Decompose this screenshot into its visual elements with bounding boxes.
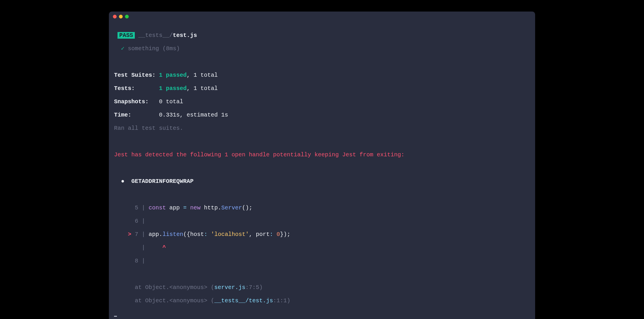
- code-line-5: 5 | const app = new http.Server();: [114, 204, 530, 211]
- op-eq: =: [183, 204, 187, 211]
- key-host: host: [190, 231, 204, 238]
- kw-new: new: [187, 204, 200, 211]
- code-line-8: 8 |: [114, 258, 530, 264]
- obj-app: app.: [149, 231, 162, 238]
- summary-ran: Ran all test suites.: [114, 125, 530, 132]
- line-number: 7: [135, 231, 138, 238]
- colon: :: [204, 231, 211, 238]
- tests-passed: 1 passed: [159, 85, 187, 92]
- fn-listen: listen: [162, 231, 183, 238]
- summary-tests: Tests: 1 passed, 1 total: [114, 85, 530, 92]
- test-file-header: PASS __tests__/test.js: [114, 32, 530, 39]
- stack-loc: :7:5): [245, 284, 263, 291]
- val-localhost: 'localhost': [211, 231, 249, 238]
- stack-frame-1: at Object.<anonymous> (server.js:7:5): [114, 284, 530, 291]
- line-number: 6: [135, 218, 138, 224]
- comma: ,: [249, 231, 256, 238]
- close-icon[interactable]: [113, 15, 117, 18]
- paren-semi: ();: [242, 204, 252, 211]
- test-path-dir: __tests__/: [138, 32, 173, 39]
- code-line-6: 6 |: [114, 218, 530, 224]
- val-zero: 0: [276, 231, 280, 238]
- kw-const: const: [149, 204, 166, 211]
- stack-at: at Object.<anonymous> (: [135, 297, 214, 304]
- key-port: port: [256, 231, 270, 238]
- summary-time: Time: 0.331s, estimated 1s: [114, 112, 530, 118]
- terminal-output: PASS __tests__/test.js ✓ something (8ms)…: [109, 21, 535, 319]
- open-handle-warning: Jest has detected the following 1 open h…: [114, 151, 530, 158]
- tests-total: , 1 total: [187, 85, 218, 92]
- handle-entry: ● GETADDRINFOREQWRAP: [114, 178, 530, 185]
- caret-icon: ^: [162, 244, 166, 251]
- code-line-7: > 7 | app.listen({host: 'localhost', por…: [114, 231, 530, 238]
- suites-total: , 1 total: [187, 72, 218, 78]
- stack-file: server.js: [214, 284, 245, 291]
- time-label: Time:: [114, 112, 131, 118]
- summary-suites: Test Suites: 1 passed, 1 total: [114, 72, 530, 78]
- tests-label: Tests:: [114, 85, 135, 92]
- terminal-window: PASS __tests__/test.js ✓ something (8ms)…: [109, 12, 535, 319]
- bullet-icon: ●: [121, 178, 124, 185]
- suites-passed: 1 passed: [159, 72, 187, 78]
- test-result-line: ✓ something (8ms): [114, 45, 530, 52]
- handle-name: GETADDRINFOREQWRAP: [131, 178, 194, 185]
- error-marker-icon: >: [128, 231, 131, 238]
- test-name: something: [128, 45, 159, 52]
- colon: :: [270, 231, 276, 238]
- line-number: 5: [135, 204, 138, 211]
- line-number: 8: [135, 258, 138, 264]
- snapshots-label: Snapshots:: [114, 98, 149, 105]
- summary-snapshots: Snapshots: 0 total: [114, 98, 530, 105]
- maximize-icon[interactable]: [125, 15, 129, 18]
- stack-file: __tests__/test.js: [214, 297, 273, 304]
- var-app: app: [166, 204, 183, 211]
- http-obj: http.: [200, 204, 221, 211]
- pass-badge: PASS: [118, 32, 135, 39]
- stack-at: at Object.<anonymous> (: [135, 284, 214, 291]
- stack-loc: :1:1): [273, 297, 290, 304]
- window-titlebar: [109, 12, 535, 21]
- test-duration: (8ms): [162, 45, 180, 52]
- time-value: 0.331s, estimated 1s: [159, 112, 228, 118]
- stack-frame-2: at Object.<anonymous> (__tests__/test.js…: [114, 297, 530, 304]
- test-path-file: test.js: [173, 32, 197, 39]
- minimize-icon[interactable]: [119, 15, 123, 18]
- cursor-icon: [114, 316, 117, 317]
- check-icon: ✓: [121, 45, 124, 52]
- brace-close: });: [280, 231, 290, 238]
- suites-label: Test Suites:: [114, 72, 156, 78]
- brace-open: ({: [183, 231, 190, 238]
- code-caret-line: | ^: [114, 244, 530, 251]
- fn-server: Server: [221, 204, 242, 211]
- snapshots-value: 0 total: [159, 98, 183, 105]
